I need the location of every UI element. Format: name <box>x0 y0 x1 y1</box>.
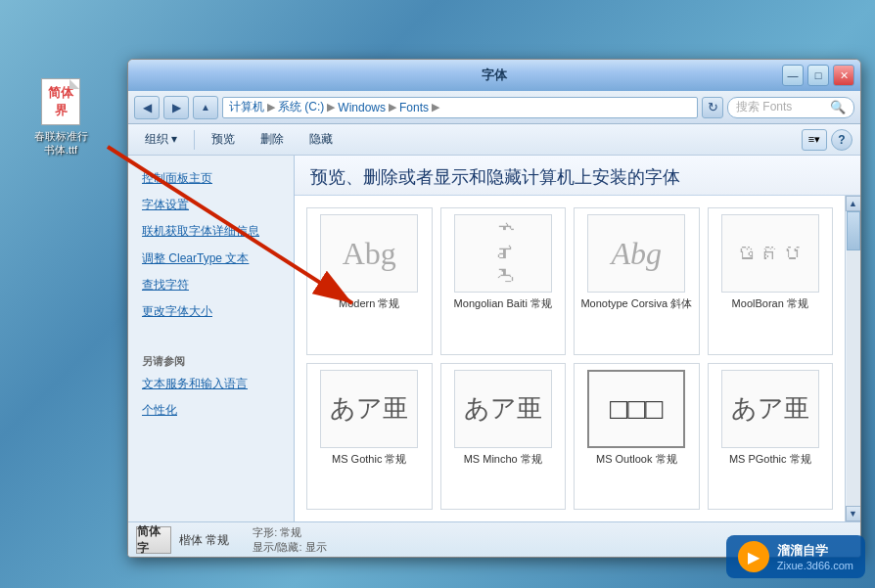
font-name-ms-pgothic: MS PGothic 常规 <box>729 452 811 466</box>
fonts-window: 字体 — □ ✕ ◀ ▶ ▲ 计算机 ▶ 系统 (C:) ▶ Windows ▶… <box>127 59 861 558</box>
font-name-corsiva: Monotype Corsiva 斜体 <box>580 296 692 310</box>
status-font-name: 楷体 常规 <box>179 530 229 549</box>
sidebar-link-personalize[interactable]: 个性化 <box>128 397 294 424</box>
preview-button[interactable]: 预览 <box>203 127 244 152</box>
view-toggle-button[interactable]: ≡▾ <box>802 129 827 151</box>
font-item-corsiva[interactable]: Abg Monotype Corsiva 斜体 <box>574 207 700 355</box>
sidebar-link-text-services[interactable]: 文本服务和输入语言 <box>128 371 294 397</box>
font-name-modern: Modern 常规 <box>339 296 399 310</box>
fonts-grid: Abg Modern 常规 ᠮᠣᠩ Mongolian Baiti 常规 <box>295 196 845 521</box>
watermark-subtitle: Zixue.3d66.com <box>777 560 853 571</box>
sidebar: 控制面板主页 字体设置 联机获取字体详细信息 调整 ClearType 文本 查… <box>128 156 295 521</box>
font-item-moolboran[interactable]: ចតប MoolBoran 常规 <box>708 207 834 355</box>
font-item-ms-mincho[interactable]: あア亜 MS Mincho 常规 <box>440 363 567 511</box>
sidebar-link-settings[interactable]: 字体设置 <box>128 192 294 218</box>
scroll-track <box>847 211 860 506</box>
scroll-down-button[interactable]: ▼ <box>846 506 861 521</box>
search-placeholder: 搜索 Fonts <box>736 99 792 115</box>
breadcrumb-windows: Windows <box>338 101 386 114</box>
back-button[interactable]: ◀ <box>134 96 160 119</box>
scroll-thumb[interactable] <box>847 211 860 250</box>
font-preview-moolboran: ចតប <box>721 214 819 293</box>
watermark-logo: ▶ <box>738 541 769 572</box>
watermark-title: 溜溜自学 <box>777 542 853 560</box>
fonts-area: 预览、删除或者显示和隐藏计算机上安装的字体 Abg Modern 常规 <box>295 156 860 521</box>
window-title: 字体 <box>136 67 852 84</box>
font-item-mongolian[interactable]: ᠮᠣᠩ Mongolian Baiti 常规 <box>440 207 567 355</box>
font-preview-modern: Abg <box>320 214 418 293</box>
icon-label: 春联标准行书体.ttf <box>29 129 92 158</box>
toolbar-separator <box>194 130 195 150</box>
toolbar-right: ≡▾ ? <box>802 129 852 151</box>
status-font-icon: 简体字 <box>136 526 171 554</box>
status-display: 显示/隐藏: 显示 <box>253 540 326 555</box>
page-title: 预览、删除或者显示和隐藏计算机上安装的字体 <box>295 156 860 196</box>
help-button[interactable]: ? <box>831 129 852 151</box>
sidebar-link-find-char[interactable]: 查找字符 <box>128 272 294 298</box>
sidebar-section-title: 另请参阅 <box>128 344 294 371</box>
search-icon: 🔍 <box>830 100 846 114</box>
refresh-button[interactable]: ↻ <box>702 97 723 118</box>
font-item-ms-outlook[interactable]: □□□ MS Outlook 常规 <box>574 363 700 511</box>
toolbar: 组织 ▾ 预览 删除 隐藏 ≡▾ ? <box>128 124 860 156</box>
organize-button[interactable]: 组织 ▾ <box>136 127 186 152</box>
font-name-ms-gothic: MS Gothic 常规 <box>332 452 406 466</box>
sidebar-link-home[interactable]: 控制面板主页 <box>128 165 294 192</box>
close-button[interactable]: ✕ <box>833 65 854 86</box>
hide-button[interactable]: 隐藏 <box>300 127 342 152</box>
desktop-icon[interactable]: 简体界 春联标准行书体.ttf <box>29 78 92 158</box>
window-controls: — □ ✕ <box>782 65 854 86</box>
scrollbar: ▲ ▼ <box>845 196 860 521</box>
font-file-icon: 简体界 <box>41 78 80 125</box>
font-preview-ms-mincho: あア亜 <box>454 370 552 448</box>
font-name-moolboran: MoolBoran 常规 <box>732 296 808 310</box>
watermark-text-area: 溜溜自学 Zixue.3d66.com <box>777 542 853 571</box>
breadcrumb-fonts: Fonts <box>399 101 429 114</box>
font-name-ms-outlook: MS Outlook 常规 <box>596 452 677 466</box>
status-name: 楷体 常规 <box>179 533 229 547</box>
status-type: 字形: 常规 <box>253 525 326 540</box>
font-item-ms-gothic[interactable]: あア亜 MS Gothic 常规 <box>306 363 433 511</box>
font-preview-ms-outlook: □□□ <box>587 370 685 448</box>
address-bar: ◀ ▶ ▲ 计算机 ▶ 系统 (C:) ▶ Windows ▶ Fonts ▶ … <box>128 91 860 124</box>
search-box[interactable]: 搜索 Fonts 🔍 <box>727 97 854 118</box>
up-button[interactable]: ▲ <box>193 96 218 119</box>
status-icon-text: 简体字 <box>137 523 170 557</box>
minimize-button[interactable]: — <box>782 65 804 86</box>
address-input[interactable]: 计算机 ▶ 系统 (C:) ▶ Windows ▶ Fonts ▶ <box>222 97 698 118</box>
watermark: ▶ 溜溜自学 Zixue.3d66.com <box>726 535 865 578</box>
breadcrumb-drive: 系统 (C:) <box>278 99 324 115</box>
watermark-play-icon: ▶ <box>748 548 760 566</box>
font-preview-ms-gothic: あア亜 <box>320 370 418 448</box>
font-item-ms-pgothic[interactable]: あア亜 MS PGothic 常规 <box>708 363 834 511</box>
font-name-ms-mincho: MS Mincho 常规 <box>464 452 542 466</box>
content-area: 控制面板主页 字体设置 联机获取字体详细信息 调整 ClearType 文本 查… <box>128 156 860 521</box>
status-details: 字形: 常规 显示/隐藏: 显示 <box>253 525 326 555</box>
font-preview-mongolian: ᠮᠣᠩ <box>454 214 552 293</box>
breadcrumb-computer: 计算机 <box>229 99 264 115</box>
delete-button[interactable]: 删除 <box>252 127 293 152</box>
maximize-button[interactable]: □ <box>807 65 829 86</box>
forward-button[interactable]: ▶ <box>163 96 189 119</box>
scroll-up-button[interactable]: ▲ <box>846 196 861 211</box>
title-bar: 字体 — □ ✕ <box>128 60 860 91</box>
font-item-modern[interactable]: Abg Modern 常规 <box>306 207 433 355</box>
icon-text: 简体界 <box>42 84 79 119</box>
font-preview-corsiva: Abg <box>587 214 685 293</box>
sidebar-link-cleartype[interactable]: 调整 ClearType 文本 <box>128 246 294 272</box>
sidebar-link-online[interactable]: 联机获取字体详细信息 <box>128 218 294 245</box>
desktop: 简体界 春联标准行书体.ttf 字体 — □ ✕ ◀ ▶ ▲ <box>0 0 875 588</box>
font-preview-ms-pgothic: あア亜 <box>721 370 819 448</box>
font-name-mongolian: Mongolian Baiti 常规 <box>454 296 552 310</box>
sidebar-link-font-size[interactable]: 更改字体大小 <box>128 298 294 325</box>
